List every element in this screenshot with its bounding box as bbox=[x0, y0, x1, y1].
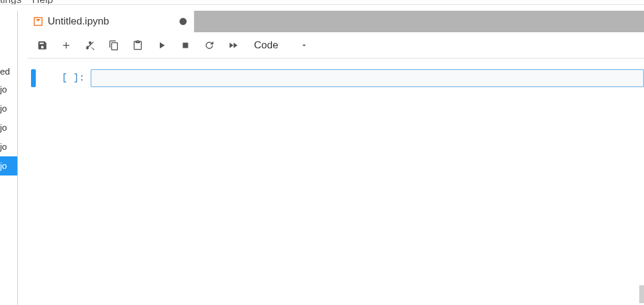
save-button[interactable] bbox=[31, 35, 54, 56]
vertical-scrollbar[interactable] bbox=[639, 11, 644, 305]
add-cell-button[interactable] bbox=[55, 35, 78, 56]
sidebar-item[interactable]: jo bbox=[0, 99, 17, 118]
fast-forward-icon bbox=[228, 40, 239, 51]
interrupt-button[interactable] bbox=[174, 35, 197, 56]
save-icon bbox=[37, 40, 48, 51]
stop-icon bbox=[180, 40, 191, 51]
code-input[interactable] bbox=[91, 69, 644, 87]
cell-active-marker bbox=[31, 69, 36, 87]
add-icon bbox=[61, 40, 72, 51]
menu-item-settings[interactable]: tings bbox=[0, 0, 21, 5]
file-browser-sidebar[interactable]: ed jo jo jo jo jo bbox=[0, 11, 18, 305]
cell-type-label: Code bbox=[254, 39, 278, 51]
sidebar-item[interactable]: jo bbox=[0, 118, 17, 137]
cell-prompt: [ ]: bbox=[52, 69, 91, 87]
paste-button[interactable] bbox=[126, 35, 149, 56]
sidebar-item[interactable]: jo bbox=[0, 137, 17, 156]
run-button[interactable] bbox=[150, 35, 173, 56]
cells-area[interactable]: [ ]: bbox=[27, 58, 644, 305]
cut-icon bbox=[85, 40, 95, 51]
copy-icon bbox=[109, 40, 119, 51]
menu-bar[interactable]: tings Help bbox=[0, 0, 644, 5]
sidebar-item[interactable]: jo bbox=[0, 156, 17, 175]
tab-untitled[interactable]: Untitled.ipynb bbox=[27, 11, 194, 32]
svg-rect-1 bbox=[183, 42, 188, 48]
restart-run-all-button[interactable] bbox=[222, 35, 244, 56]
restart-button[interactable] bbox=[198, 35, 221, 56]
tab-bar[interactable]: Untitled.ipynb bbox=[27, 11, 644, 32]
restart-icon bbox=[204, 40, 215, 51]
run-icon bbox=[156, 40, 167, 51]
menu-item-help[interactable]: Help bbox=[32, 0, 53, 5]
paste-icon bbox=[132, 40, 143, 51]
cell-type-selector[interactable]: Code bbox=[246, 35, 314, 56]
notebook-icon bbox=[33, 17, 43, 26]
code-cell[interactable]: [ ]: bbox=[27, 67, 644, 90]
cut-button[interactable] bbox=[79, 35, 101, 56]
tab-title: Untitled.ipynb bbox=[48, 16, 109, 27]
copy-button[interactable] bbox=[103, 35, 125, 56]
sidebar-item[interactable]: jo bbox=[0, 80, 17, 99]
sidebar-column-header: ed bbox=[0, 63, 17, 80]
dirty-indicator-icon bbox=[179, 18, 187, 25]
notebook-toolbar: Code bbox=[27, 32, 644, 58]
chevron-down-icon bbox=[300, 41, 308, 50]
notebook-panel: Untitled.ipynb bbox=[27, 11, 644, 305]
